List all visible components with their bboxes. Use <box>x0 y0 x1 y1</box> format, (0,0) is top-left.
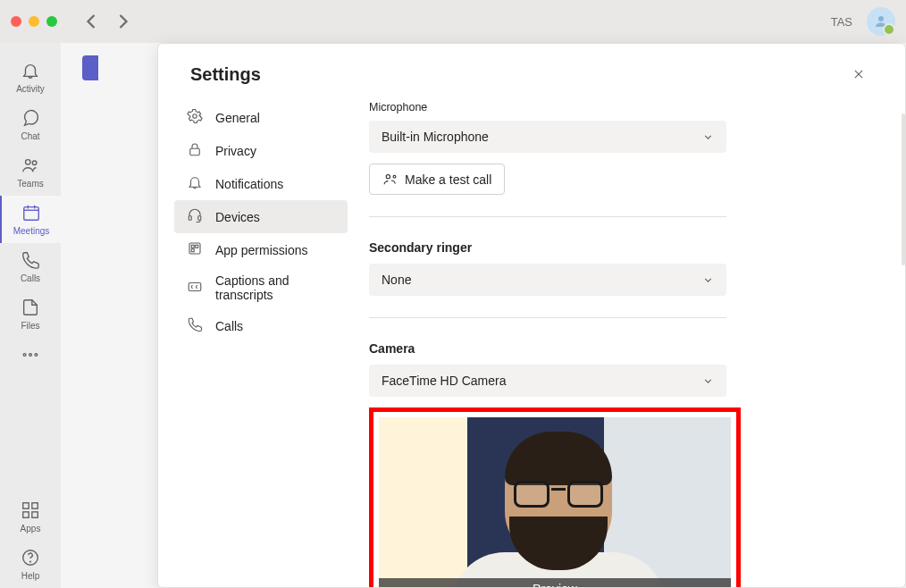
chevron-down-icon <box>702 274 714 286</box>
rail-apps[interactable]: Apps <box>0 493 61 541</box>
scrollbar[interactable] <box>902 113 905 265</box>
calendar-icon <box>21 203 41 224</box>
svg-point-2 <box>32 161 37 165</box>
svg-rect-3 <box>24 207 39 221</box>
minimize-window-button[interactable] <box>29 16 39 27</box>
more-icon <box>21 345 40 366</box>
rail-help[interactable]: Help <box>0 541 61 588</box>
rail-label: Teams <box>17 179 43 189</box>
back-button[interactable] <box>79 9 104 34</box>
microphone-dropdown[interactable]: Built-in Microphone <box>369 121 726 153</box>
phone-icon <box>187 316 203 335</box>
svg-point-8 <box>29 354 32 357</box>
close-window-button[interactable] <box>11 16 21 27</box>
settings-nav-label: Privacy <box>215 144 256 158</box>
chevron-down-icon <box>702 131 714 143</box>
divider <box>369 317 726 318</box>
camera-dropdown[interactable]: FaceTime HD Camera <box>369 365 726 397</box>
person-call-icon <box>382 172 398 187</box>
settings-nav-label: Calls <box>215 319 243 333</box>
svg-rect-10 <box>23 503 29 508</box>
profile-avatar[interactable] <box>867 7 895 36</box>
make-test-call-button[interactable]: Make a test call <box>369 164 505 195</box>
headset-icon <box>187 207 203 226</box>
apps-icon <box>21 500 40 522</box>
window-controls <box>11 16 57 27</box>
maximize-window-button[interactable] <box>46 16 57 27</box>
rail-teams[interactable]: Teams <box>0 148 61 196</box>
gear-icon <box>187 108 203 127</box>
help-icon <box>21 548 40 569</box>
svg-rect-23 <box>191 245 194 248</box>
rail-label: Files <box>21 321 39 331</box>
team-icon <box>21 155 40 177</box>
rail-meetings[interactable]: Meetings <box>0 196 61 243</box>
chat-icon <box>21 108 40 130</box>
settings-nav-calls[interactable]: Calls <box>174 309 348 342</box>
phone-icon <box>21 250 40 272</box>
settings-nav-label: Notifications <box>215 177 283 191</box>
chevron-down-icon <box>702 375 714 387</box>
app-icon <box>187 240 203 259</box>
svg-rect-11 <box>32 503 38 508</box>
rail-calls[interactable]: Calls <box>0 243 61 290</box>
rail-more[interactable] <box>0 338 61 374</box>
rail-chat[interactable]: Chat <box>0 101 61 148</box>
secondary-ringer-value: None <box>382 273 411 287</box>
lock-icon <box>187 141 203 160</box>
file-icon <box>21 298 40 319</box>
svg-point-1 <box>26 160 31 165</box>
camera-preview <box>379 417 731 587</box>
svg-rect-13 <box>32 512 38 517</box>
rail-label: Calls <box>21 273 40 283</box>
main-area: dule meeting Settings GeneralPrivacyNoti… <box>61 43 906 588</box>
window-titlebar: TAS <box>0 0 906 43</box>
svg-rect-21 <box>198 216 201 221</box>
settings-content: Microphone Built-in Microphone Make a te… <box>364 101 905 587</box>
svg-rect-25 <box>191 249 194 252</box>
microphone-value: Built-in Microphone <box>382 130 489 144</box>
svg-point-18 <box>193 114 197 119</box>
svg-rect-20 <box>189 216 191 221</box>
settings-nav-notifications[interactable]: Notifications <box>174 167 348 200</box>
rail-label: Help <box>21 571 40 581</box>
rail-label: Chat <box>21 131 39 141</box>
settings-nav-devices[interactable]: Devices <box>174 200 348 233</box>
camera-title: Camera <box>369 341 857 356</box>
svg-rect-12 <box>23 512 29 517</box>
settings-nav: GeneralPrivacyNotificationsDevicesApp pe… <box>158 101 364 587</box>
bell-icon <box>187 174 203 193</box>
svg-point-27 <box>386 175 390 179</box>
bell-icon <box>21 61 40 82</box>
settings-nav-label: Captions and transcripts <box>215 273 335 302</box>
test-call-label: Make a test call <box>405 172 491 187</box>
forward-button[interactable] <box>111 9 136 34</box>
rail-files[interactable]: Files <box>0 290 61 338</box>
app-rail: ActivityChatTeamsMeetingsCallsFilesAppsH… <box>0 43 61 588</box>
settings-nav-captions-and-transcripts[interactable]: Captions and transcripts <box>174 266 348 309</box>
cc-icon <box>187 279 203 298</box>
settings-nav-label: App permissions <box>215 243 308 257</box>
settings-nav-app-permissions[interactable]: App permissions <box>174 233 348 266</box>
svg-rect-24 <box>196 245 198 248</box>
secondary-ringer-title: Secondary ringer <box>369 240 857 255</box>
divider <box>369 216 726 217</box>
settings-title: Settings <box>190 64 261 85</box>
camera-value: FaceTime HD Camera <box>382 374 507 388</box>
microphone-label: Microphone <box>369 101 857 113</box>
partial-left-button[interactable] <box>82 55 98 80</box>
rail-label: Meetings <box>13 226 50 236</box>
camera-preview-highlight: Preview <box>369 407 741 587</box>
rail-label: Activity <box>16 84 45 94</box>
svg-point-7 <box>23 354 26 357</box>
secondary-ringer-dropdown[interactable]: None <box>369 264 726 296</box>
svg-rect-26 <box>189 282 201 290</box>
rail-label: Apps <box>21 524 41 533</box>
preview-label: Preview <box>379 578 731 587</box>
settings-nav-privacy[interactable]: Privacy <box>174 134 348 167</box>
settings-nav-label: General <box>215 111 260 125</box>
svg-point-9 <box>35 354 38 357</box>
rail-activity[interactable]: Activity <box>0 54 61 101</box>
settings-nav-general[interactable]: General <box>174 101 348 134</box>
close-settings-button[interactable] <box>844 60 873 88</box>
